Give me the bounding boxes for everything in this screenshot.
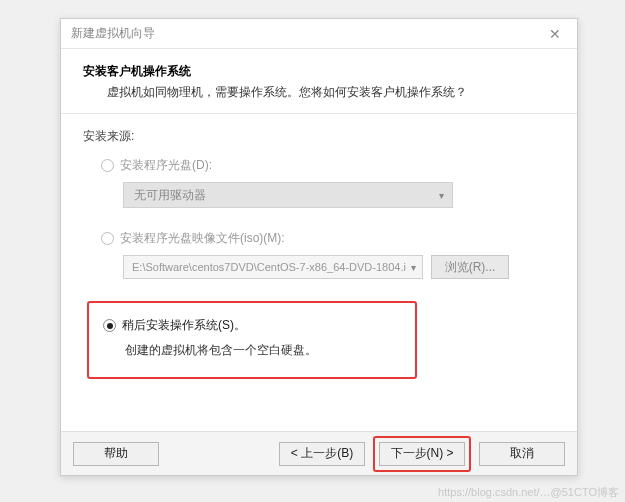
- wizard-content: 安装来源: 安装程序光盘(D): 无可用驱动器 ▾ 安装程序光盘映像文件(iso…: [61, 114, 577, 411]
- radio-icon: [101, 159, 114, 172]
- radio-label: 安装程序光盘(D):: [120, 157, 212, 174]
- back-button[interactable]: < 上一步(B): [279, 442, 365, 466]
- wizard-header: 安装客户机操作系统 虚拟机如同物理机，需要操作系统。您将如何安装客户机操作系统？: [61, 49, 577, 114]
- install-later-note: 创建的虚拟机将包含一个空白硬盘。: [125, 342, 401, 359]
- option-iso-file: 安装程序光盘映像文件(iso)(M): E:\Software\centos7D…: [101, 230, 555, 279]
- chevron-down-icon: ▾: [411, 262, 416, 273]
- highlight-next-button: 下一步(N) >: [373, 436, 471, 472]
- radio-install-later[interactable]: 稍后安装操作系统(S)。: [103, 317, 401, 334]
- iso-path-value: E:\Software\centos7DVD\CentOS-7-x86_64-D…: [132, 261, 406, 273]
- disc-drive-dropdown[interactable]: 无可用驱动器 ▾: [123, 182, 453, 208]
- source-label: 安装来源:: [83, 128, 555, 145]
- dropdown-value: 无可用驱动器: [134, 187, 206, 204]
- help-button[interactable]: 帮助: [73, 442, 159, 466]
- next-button[interactable]: 下一步(N) >: [379, 442, 465, 466]
- highlight-selected-option: 稍后安装操作系统(S)。 创建的虚拟机将包含一个空白硬盘。: [87, 301, 417, 379]
- option-installer-disc: 安装程序光盘(D): 无可用驱动器 ▾: [101, 157, 555, 208]
- page-subtitle: 虚拟机如同物理机，需要操作系统。您将如何安装客户机操作系统？: [83, 84, 555, 101]
- titlebar: 新建虚拟机向导 ✕: [61, 19, 577, 49]
- wizard-dialog: 新建虚拟机向导 ✕ 安装客户机操作系统 虚拟机如同物理机，需要操作系统。您将如何…: [60, 18, 578, 476]
- radio-label: 安装程序光盘映像文件(iso)(M):: [120, 230, 285, 247]
- radio-iso-file[interactable]: 安装程序光盘映像文件(iso)(M):: [101, 230, 555, 247]
- radio-icon: [101, 232, 114, 245]
- watermark-text: https://blog.csdn.net/…@51CTO博客: [438, 485, 619, 500]
- dialog-title: 新建虚拟机向导: [71, 25, 155, 42]
- chevron-down-icon: ▾: [439, 190, 444, 201]
- iso-path-input[interactable]: E:\Software\centos7DVD\CentOS-7-x86_64-D…: [123, 255, 423, 279]
- page-title: 安装客户机操作系统: [83, 63, 555, 80]
- radio-label: 稍后安装操作系统(S)。: [122, 317, 246, 334]
- radio-installer-disc[interactable]: 安装程序光盘(D):: [101, 157, 555, 174]
- close-icon[interactable]: ✕: [541, 24, 569, 44]
- wizard-footer: 帮助 < 上一步(B) 下一步(N) > 取消: [61, 431, 577, 475]
- option-install-later: 稍后安装操作系统(S)。 创建的虚拟机将包含一个空白硬盘。: [101, 301, 555, 379]
- browse-button[interactable]: 浏览(R)...: [431, 255, 509, 279]
- radio-icon: [103, 319, 116, 332]
- cancel-button[interactable]: 取消: [479, 442, 565, 466]
